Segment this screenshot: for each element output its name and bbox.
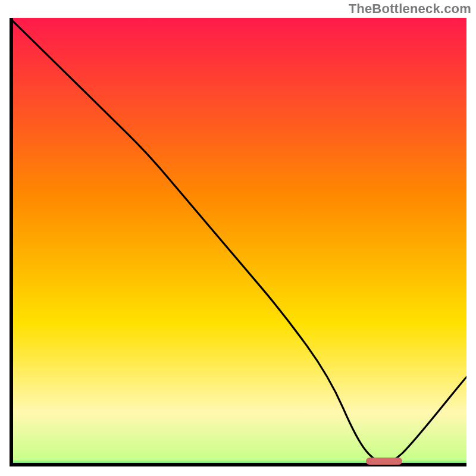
optimal-marker xyxy=(366,458,402,465)
chart-svg xyxy=(10,18,466,466)
chart-frame: TheBottleneck.com xyxy=(0,0,476,476)
plot-area xyxy=(10,18,466,466)
watermark-text: TheBottleneck.com xyxy=(349,1,471,17)
